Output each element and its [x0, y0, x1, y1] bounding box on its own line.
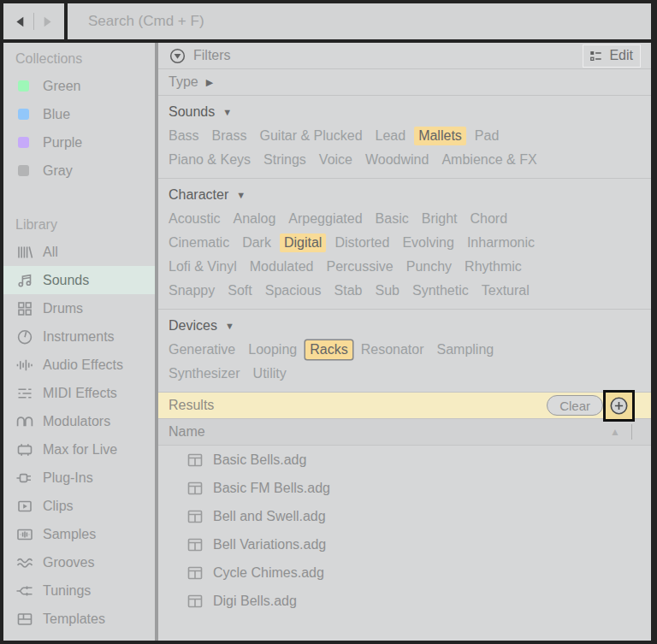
- filter-tag-line: SynthesizerUtility: [169, 362, 641, 386]
- filter-section-header-devices[interactable]: Devices▼: [169, 314, 641, 338]
- table-row[interactable]: Basic Bells.adg: [158, 446, 651, 474]
- filter-tag-cinematic[interactable]: Cinematic: [169, 235, 229, 251]
- filter-section-header-sounds[interactable]: Sounds▼: [169, 100, 641, 124]
- collection-label: Purple: [43, 135, 82, 151]
- filter-tag-basic[interactable]: Basic: [376, 211, 409, 227]
- filter-section-header-type[interactable]: Type▶: [169, 70, 213, 94]
- filter-tag-line: SnappySoftSpaciousStabSubSyntheticTextur…: [169, 279, 641, 303]
- sidebar-item-midi-effects[interactable]: MIDI Effects: [3, 379, 155, 407]
- filter-tag-guitar-plucked[interactable]: Guitar & Plucked: [259, 128, 362, 144]
- filter-tag-bright[interactable]: Bright: [422, 211, 458, 227]
- sidebar-item-grooves[interactable]: Grooves: [3, 548, 155, 576]
- filter-tag-generative[interactable]: Generative: [169, 342, 235, 357]
- filter-tag-pad[interactable]: Pad: [475, 128, 499, 144]
- sidebar-item-sounds[interactable]: Sounds: [3, 266, 155, 294]
- midi-effects-icon: [15, 384, 38, 403]
- table-row[interactable]: Digi Bells.adg: [158, 587, 651, 615]
- filter-tag-piano-keys[interactable]: Piano & Keys: [169, 152, 251, 168]
- column-divider[interactable]: [631, 424, 632, 440]
- filter-tag-looping[interactable]: Looping: [248, 342, 297, 357]
- back-button[interactable]: [15, 16, 26, 27]
- filter-tag-arpeggiated[interactable]: Arpeggiated: [288, 211, 362, 227]
- filter-tag-lofi-vinyl[interactable]: Lofi & Vinyl: [169, 259, 237, 275]
- filter-tag-analog[interactable]: Analog: [233, 211, 275, 227]
- filter-tag-spacious[interactable]: Spacious: [265, 283, 322, 298]
- modulators-icon: [15, 412, 38, 431]
- sidebar-item-samples[interactable]: Samples: [3, 520, 155, 548]
- filter-tag-sub[interactable]: Sub: [375, 283, 399, 298]
- filter-tag-synthesizer[interactable]: Synthesizer: [169, 366, 240, 381]
- sidebar-item-tunings[interactable]: Tunings: [3, 576, 155, 605]
- add-filter-button[interactable]: [603, 390, 635, 422]
- sidebar-item-drums[interactable]: Drums: [3, 294, 155, 322]
- sidebar-item-modulators[interactable]: Modulators: [3, 407, 155, 435]
- sidebar-item-label: Grooves: [43, 555, 94, 570]
- collection-label: Gray: [43, 163, 73, 179]
- sidebar-item-label: Instruments: [43, 329, 115, 345]
- collection-item-green[interactable]: Green: [3, 72, 155, 100]
- filter-tag-punchy[interactable]: Punchy: [406, 259, 452, 275]
- edit-button[interactable]: Edit: [583, 44, 641, 68]
- filter-tag-stab[interactable]: Stab: [334, 283, 363, 298]
- filter-tag-percussive[interactable]: Percussive: [326, 259, 393, 275]
- samples-icon: [15, 525, 38, 544]
- name-column-header[interactable]: Name ▲: [158, 419, 651, 446]
- filter-tag-racks[interactable]: Racks: [305, 340, 352, 359]
- filter-tag-textural[interactable]: Textural: [482, 283, 530, 298]
- sidebar-item-audio-effects[interactable]: Audio Effects: [3, 351, 155, 379]
- filter-tag-rhythmic[interactable]: Rhythmic: [465, 259, 522, 275]
- filter-tag-strings[interactable]: Strings: [263, 152, 306, 168]
- clear-button[interactable]: Clear: [547, 395, 603, 416]
- filter-tag-lead[interactable]: Lead: [376, 128, 406, 144]
- filter-tag-dark[interactable]: Dark: [242, 235, 271, 251]
- collection-item-purple[interactable]: Purple: [3, 128, 155, 157]
- forward-arrow-icon: [42, 16, 53, 27]
- sidebar-item-label: Sounds: [43, 273, 89, 288]
- search-input[interactable]: Search (Cmd + F): [68, 3, 651, 39]
- filter-tag-evolving[interactable]: Evolving: [402, 235, 453, 251]
- history-nav: [3, 3, 64, 39]
- sidebar-item-max-for-live[interactable]: Max for Live: [3, 435, 155, 464]
- sidebar-item-templates[interactable]: Templates: [3, 605, 155, 633]
- filter-tag-utility[interactable]: Utility: [253, 366, 287, 381]
- filter-section-header-character[interactable]: Character▼: [169, 183, 641, 207]
- filter-tag-modulated[interactable]: Modulated: [250, 259, 314, 275]
- circle-triangle-icon: [169, 47, 186, 65]
- filter-tag-ambience-fx[interactable]: Ambience & FX: [441, 152, 536, 168]
- filter-tag-voice[interactable]: Voice: [319, 152, 352, 168]
- filter-tag-chord[interactable]: Chord: [471, 211, 508, 227]
- sidebar-item-all[interactable]: All: [3, 238, 155, 266]
- filter-tag-digital[interactable]: Digital: [280, 233, 326, 252]
- sidebar-item-clips[interactable]: Clips: [3, 492, 155, 520]
- filter-section-label: Devices: [169, 318, 217, 334]
- instruments-icon: [15, 328, 38, 346]
- sidebar-item-plug-ins[interactable]: Plug-Ins: [3, 464, 155, 492]
- filter-tag-soft[interactable]: Soft: [228, 283, 252, 298]
- sidebar-item-label: Max for Live: [43, 442, 117, 458]
- filter-tag-distorted[interactable]: Distorted: [334, 235, 389, 251]
- sidebar-item-instruments[interactable]: Instruments: [3, 322, 155, 351]
- filter-tag-synthetic[interactable]: Synthetic: [412, 283, 469, 298]
- collection-item-gray[interactable]: Gray: [3, 157, 155, 185]
- sort-ascending-icon[interactable]: ▲: [610, 426, 620, 438]
- collection-item-blue[interactable]: Blue: [3, 100, 155, 128]
- table-row[interactable]: Bell and Swell.adg: [158, 502, 651, 530]
- table-row[interactable]: Bell Variations.adg: [158, 530, 651, 558]
- filter-tag-inharmonic[interactable]: Inharmonic: [467, 235, 535, 251]
- filters-collapse-button[interactable]: [169, 47, 186, 65]
- filter-tag-acoustic[interactable]: Acoustic: [169, 211, 220, 227]
- filter-tag-snappy[interactable]: Snappy: [169, 283, 215, 298]
- filter-tag-woodwind[interactable]: Woodwind: [365, 152, 429, 168]
- table-row[interactable]: Basic FM Bells.adg: [158, 474, 651, 502]
- filter-tag-sampling[interactable]: Sampling: [437, 342, 494, 357]
- sidebar-item-label: Tunings: [43, 583, 91, 599]
- results-title: Results: [169, 398, 547, 413]
- forward-button[interactable]: [42, 16, 53, 27]
- sidebar-item-label: Templates: [43, 612, 105, 627]
- filter-tag-mallets[interactable]: Mallets: [414, 127, 466, 145]
- filter-tag-bass[interactable]: Bass: [169, 128, 199, 144]
- filter-tag-resonator[interactable]: Resonator: [361, 342, 424, 357]
- table-row[interactable]: Cycle Chimes.adg: [158, 558, 651, 587]
- results-list: Basic Bells.adgBasic FM Bells.adgBell an…: [158, 446, 651, 641]
- filter-tag-brass[interactable]: Brass: [212, 128, 247, 144]
